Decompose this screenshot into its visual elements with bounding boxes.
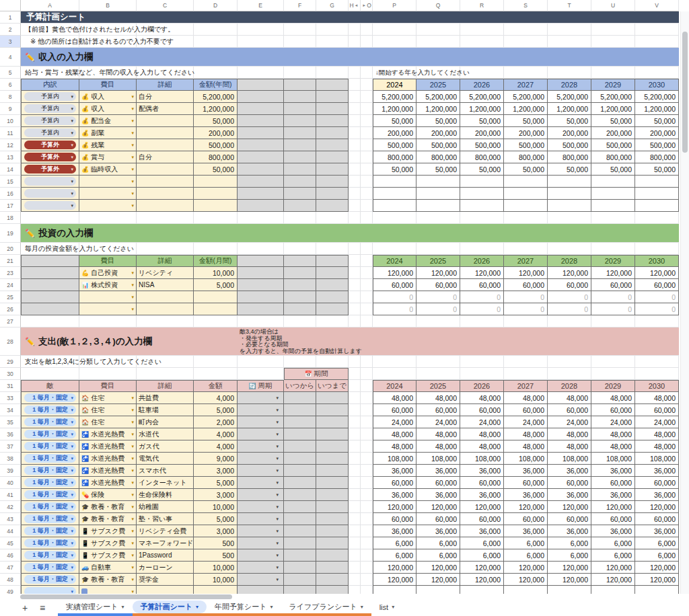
enemy-dropdown[interactable]: 1 毎月・固定▾ [24,514,76,523]
expense-amount-cell[interactable] [194,586,238,594]
cell[interactable] [373,356,416,368]
expense-detail-cell[interactable]: 町内会 [137,416,194,428]
category-dropdown[interactable]: ▾ [24,201,76,210]
cell[interactable] [373,36,416,48]
year-value-cell[interactable]: 48,000 [635,440,679,453]
blocked-cell[interactable] [238,163,284,176]
expense-enemy-cell[interactable]: 1 毎月・固定▾ [21,440,79,453]
year-value-cell[interactable]: 36,000 [504,465,548,477]
income-item-cell[interactable]: ▾ [79,176,137,188]
year-value-cell[interactable]: 6,000 [635,537,679,549]
cell[interactable] [349,368,361,380]
cell[interactable] [361,404,373,416]
year-value-cell[interactable]: 200,000 [373,127,416,139]
year-value-cell[interactable]: 36,000 [591,525,635,537]
cell[interactable] [349,428,361,440]
expense-amount-cell[interactable]: 2,000 [194,416,238,428]
expense-amount-cell[interactable]: 10,000 [194,501,238,513]
blocked-cell[interactable] [284,537,316,549]
year-value-cell[interactable]: 48,000 [591,440,635,453]
year-value-cell[interactable]: 120,000 [504,562,548,574]
expense-header-cycle-cell[interactable]: 🔄周期 [238,380,284,392]
income-category-cell[interactable]: 予算内▾ [21,91,79,103]
year-value-cell[interactable]: 120,000 [635,267,679,279]
year-value-cell[interactable] [504,200,548,212]
year-value-cell[interactable]: 120,000 [548,574,591,586]
year-value-cell[interactable]: 5,200,000 [504,91,548,103]
expense-amount-cell[interactable]: 4,000 [194,392,238,404]
cell[interactable] [361,428,373,440]
year-value-cell[interactable]: 48,000 [548,392,591,404]
income-detail-cell[interactable] [137,176,194,188]
cell[interactable] [316,24,349,36]
expense-amount-cell[interactable]: 3,000 [194,489,238,501]
year-value-cell[interactable]: 50,000 [416,163,460,176]
row-number[interactable]: 1 [0,11,21,24]
cell[interactable] [361,525,373,537]
investment-amount-cell[interactable]: 10,000 [194,267,238,279]
cell[interactable] [416,315,460,328]
cell[interactable] [349,115,361,127]
row-number[interactable]: 2 [0,24,21,36]
cell[interactable] [349,243,361,255]
expense-amount-cell[interactable]: 9,000 [194,453,238,465]
year-value-cell[interactable]: 36,000 [548,465,591,477]
year-value-cell[interactable]: 60,000 [416,513,460,525]
year-value-cell[interactable]: 800,000 [416,151,460,163]
income-detail-cell[interactable] [137,188,194,200]
cell[interactable] [349,416,361,428]
year-value-cell[interactable]: 108,000 [548,453,591,465]
year-value-cell[interactable]: 1,200,000 [504,103,548,115]
blocked-cell[interactable] [238,127,284,139]
cell[interactable] [460,315,504,328]
row-number[interactable]: 38 [0,453,21,465]
blocked-cell[interactable] [316,103,349,115]
expense-enemy-cell[interactable]: 1 毎月・固定▾ [21,428,79,440]
row-number[interactable]: 49 [0,586,21,594]
cell[interactable] [635,24,679,36]
income-detail-cell[interactable]: 自分 [137,151,194,163]
year-value-cell[interactable]: 200,000 [635,127,679,139]
year-header[interactable]: 2024 [373,255,416,267]
cell[interactable] [361,574,373,586]
period-header-cell[interactable]: 📅期間 [284,368,349,380]
blocked-cell[interactable] [284,453,316,465]
vertical-scrollbar[interactable] [680,11,689,594]
cell[interactable] [460,212,504,224]
cell[interactable] [504,24,548,36]
year-value-cell[interactable]: 50,000 [373,163,416,176]
expense-item-cell[interactable]: 💊保険▾ [79,489,137,501]
row-number[interactable]: 5 [0,67,21,79]
cell[interactable] [349,440,361,453]
column-header-a[interactable]: A [21,0,79,11]
year-value-cell[interactable]: 1,200,000 [373,103,416,115]
blocked-cell[interactable] [316,151,349,163]
blocked-cell[interactable] [316,537,349,549]
year-header[interactable]: 2027 [504,79,548,91]
blocked-cell[interactable] [284,465,316,477]
year-value-cell[interactable]: 48,000 [460,392,504,404]
expense-enemy-cell[interactable]: 1 毎月・固定▾ [21,477,79,489]
cell[interactable] [194,368,238,380]
cell[interactable] [238,356,284,368]
enemy-dropdown[interactable]: 1 毎月・固定▾ [24,393,76,402]
year-header[interactable]: 2026 [460,255,504,267]
column-header-c[interactable]: C [137,0,194,11]
year-value-cell[interactable]: 60,000 [373,404,416,416]
blocked-cell[interactable] [316,127,349,139]
blocked-cell[interactable] [316,303,349,315]
year-value-cell[interactable]: 60,000 [591,404,635,416]
income-detail-cell[interactable] [137,127,194,139]
row-number[interactable]: 11 [0,127,21,139]
investment-item-cell[interactable]: ▾ [79,291,137,303]
year-value-cell[interactable]: 60,000 [548,404,591,416]
expense-amount-cell[interactable]: 5,000 [194,477,238,489]
row-number[interactable]: 24 [0,279,21,291]
year-value-cell[interactable] [373,200,416,212]
row-number[interactable]: 6 [0,79,21,91]
cycle-dropdown-cell[interactable]: ▾ [238,574,284,586]
year-value-cell[interactable]: 200,000 [460,127,504,139]
year-value-cell[interactable]: 500,000 [635,139,679,151]
year-value-cell[interactable]: 108,000 [416,453,460,465]
year-value-cell[interactable]: 500,000 [591,139,635,151]
